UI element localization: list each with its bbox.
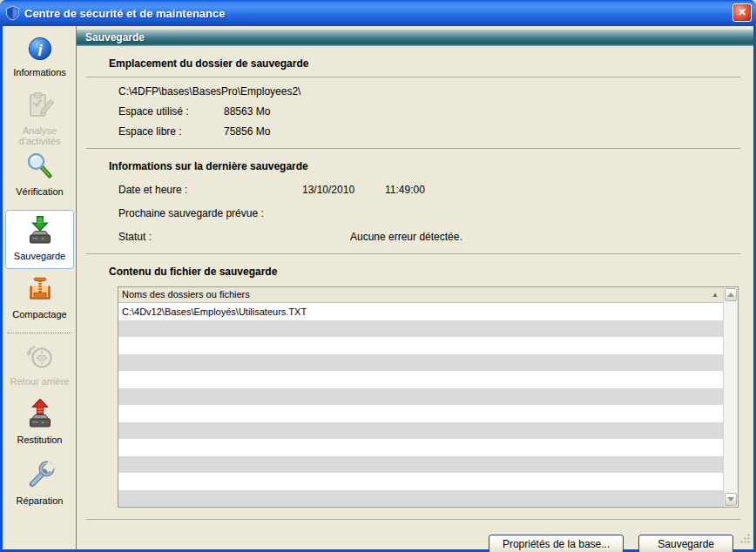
column-header-label: Noms des dossiers ou fichiers <box>122 289 250 300</box>
backup-icon <box>24 215 56 250</box>
table-row[interactable] <box>118 388 723 406</box>
table-row[interactable] <box>118 422 723 440</box>
resize-grip-icon[interactable] <box>739 532 751 548</box>
sidebar-item-label: Sauvegarde <box>3 251 77 261</box>
sidebar-item-reparation[interactable]: Réparation <box>3 460 77 506</box>
close-button[interactable]: ✕ <box>732 3 752 22</box>
status-value: Aucune erreur détectée. <box>350 231 462 243</box>
section-title-content: Contenu du fichier de sauvegarde <box>109 266 741 278</box>
space-free-value: 75856 Mo <box>224 125 270 138</box>
status-label: Statut : <box>118 231 350 243</box>
backup-folder-path: C:\4DFP\bases\BasesPro\Employees2\ <box>118 85 753 98</box>
activity-analysis-icon <box>24 90 56 125</box>
app-window: Centre de sécurité et de maintenance ✕ i… <box>0 0 756 552</box>
page-header: Sauvegarde <box>77 29 753 46</box>
restitution-icon <box>24 399 56 434</box>
table-row[interactable] <box>118 490 723 508</box>
chevron-down-icon <box>727 497 734 502</box>
window-title: Centre de sécurité et de maintenance <box>24 7 225 20</box>
sidebar-item-informations[interactable]: i Informations <box>3 35 77 77</box>
table-row[interactable] <box>118 405 723 422</box>
table-row[interactable] <box>118 337 723 354</box>
sidebar-item-verification[interactable]: Vérification <box>3 151 77 197</box>
sidebar-item-compactage[interactable]: Compactage <box>3 273 77 320</box>
table-column-header[interactable]: Noms des dossiers ou fichiers ▲ <box>118 287 723 303</box>
last-backup-datetime-row: Date et heure : 13/10/2010 11:49:00 <box>118 184 753 196</box>
table-row[interactable] <box>118 354 723 372</box>
page-title: Sauvegarde <box>85 31 145 44</box>
scroll-down-button[interactable] <box>725 493 737 506</box>
table-row[interactable] <box>118 456 723 474</box>
sidebar-item-restitution[interactable]: Restitution <box>3 399 77 445</box>
vertical-scrollbar[interactable] <box>723 287 738 507</box>
info-icon: i <box>26 35 54 66</box>
space-used-row: Espace utilisé : 88563 Mo <box>118 105 753 118</box>
sidebar-item-label: Informations <box>3 67 77 77</box>
sidebar-item-analyse-activites: Analyse d'activités <box>3 90 77 146</box>
space-free-label: Espace libre : <box>118 125 224 138</box>
titlebar[interactable]: Centre de sécurité et de maintenance ✕ <box>0 0 756 26</box>
scroll-up-button[interactable] <box>725 288 737 301</box>
divider <box>86 77 740 77</box>
time-value: 11:49:00 <box>385 184 425 196</box>
sidebar-item-label: Restitution <box>3 434 77 445</box>
table-row[interactable] <box>118 473 723 490</box>
rollback-icon <box>24 340 56 375</box>
table-row[interactable] <box>118 439 723 456</box>
backup-content-table: Noms des dossiers ou fichiers ▲ C:\4Dv12… <box>118 286 739 508</box>
sidebar-item-label: Analyse d'activités <box>3 125 77 146</box>
sidebar: i Informations Analyse d'activités <box>3 26 77 549</box>
next-backup-label: Prochaine sauvegarde prévue : <box>118 207 264 219</box>
table-row[interactable]: C:\4Dv12\Bases\Employés\Utilisateurs.TXT <box>118 303 723 320</box>
sidebar-item-retour-arriere: Retour arrière <box>3 340 77 387</box>
status-row: Statut : Aucune erreur détectée. <box>118 231 753 243</box>
table-row[interactable] <box>118 320 723 338</box>
section-title-last-backup: Informations sur la dernière sauvegarde <box>109 160 741 172</box>
sidebar-item-label: Retour arrière <box>3 376 77 387</box>
datetime-label: Date et heure : <box>118 184 302 196</box>
divider <box>86 519 740 520</box>
table-row[interactable] <box>118 371 723 388</box>
next-backup-row: Prochaine sauvegarde prévue : <box>118 207 753 219</box>
space-used-value: 88563 Mo <box>224 105 270 118</box>
sort-asc-icon: ▲ <box>712 287 719 302</box>
footer-buttons: Propriétés de la base... Sauvegarde <box>77 535 733 552</box>
backup-button[interactable]: Sauvegarde <box>638 535 733 552</box>
table-body: C:\4Dv12\Bases\Employés\Utilisateurs.TXT <box>118 303 723 507</box>
section-title-location: Emplacement du dossier de sauvegarde <box>109 57 741 70</box>
database-properties-button[interactable]: Propriétés de la base... <box>489 535 624 552</box>
sidebar-item-sauvegarde[interactable]: Sauvegarde <box>5 210 74 269</box>
space-free-row: Espace libre : 75856 Mo <box>118 125 753 138</box>
divider <box>86 148 740 149</box>
sidebar-item-label: Réparation <box>3 495 77 506</box>
sidebar-item-label: Vérification <box>3 186 77 197</box>
sidebar-divider <box>7 333 71 333</box>
content-pane: Sauvegarde Emplacement du dossier de sau… <box>77 26 753 549</box>
divider <box>86 253 740 254</box>
shield-icon <box>5 5 20 21</box>
compactage-icon <box>24 273 56 308</box>
window-body: i Informations Analyse d'activités <box>3 26 753 549</box>
space-used-label: Espace utilisé : <box>118 105 224 118</box>
verification-icon <box>24 151 56 185</box>
date-value: 13/10/2010 <box>302 184 385 196</box>
chevron-up-icon <box>727 293 734 297</box>
sidebar-item-label: Compactage <box>3 309 77 320</box>
repair-icon <box>24 460 56 495</box>
